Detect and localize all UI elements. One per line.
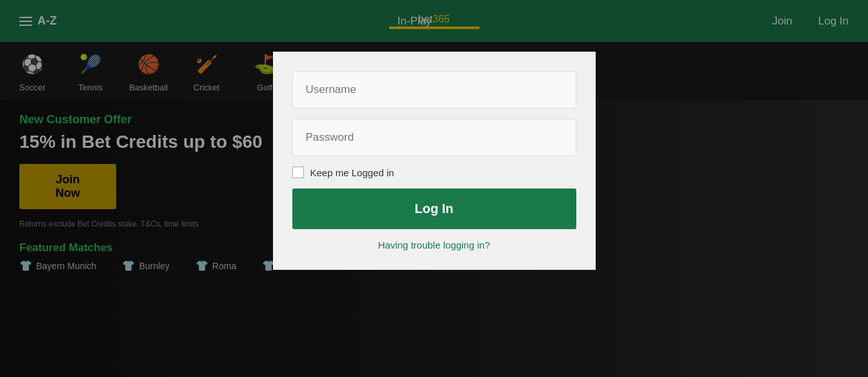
- password-input[interactable]: [292, 119, 576, 156]
- trouble-link[interactable]: Having trouble logging in?: [292, 239, 576, 250]
- keep-logged-row: Keep me Logged in: [292, 167, 576, 178]
- username-input[interactable]: [292, 71, 576, 108]
- login-button[interactable]: Log In: [292, 188, 576, 229]
- login-modal: Keep me Logged in Log In Having trouble …: [273, 52, 596, 270]
- modal-overlay: Keep me Logged in Log In Having trouble …: [0, 0, 868, 377]
- keep-logged-checkbox[interactable]: [292, 167, 304, 178]
- keep-logged-label: Keep me Logged in: [310, 167, 394, 178]
